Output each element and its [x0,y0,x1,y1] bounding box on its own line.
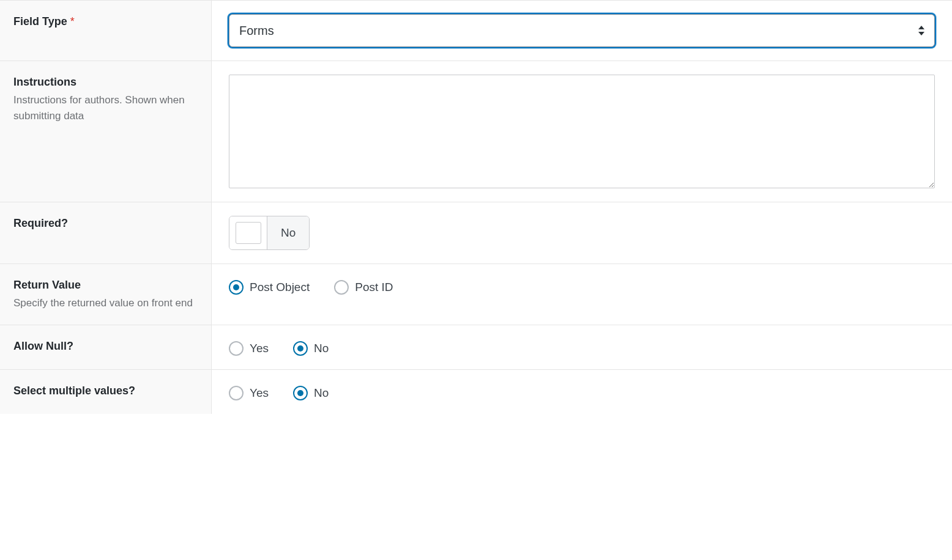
radio-label-post-id: Post ID [355,281,393,294]
label-select-multiple: Select multiple values? [13,383,198,399]
radio-return-post-id[interactable]: Post ID [334,280,393,295]
row-required: Required? No [0,202,952,263]
label-cell-allow-null: Allow Null? [0,325,212,369]
value-cell-return-value: Post Object Post ID [212,264,952,325]
allow-null-radio-group: Yes No [229,339,329,356]
value-cell-select-multiple: Yes No [212,370,952,414]
label-cell-instructions: Instructions Instructions for authors. S… [0,61,212,202]
label-text-field-type: Field Type [13,15,67,28]
radio-icon [293,386,308,400]
radio-icon [229,341,244,356]
toggle-handle [229,216,267,249]
radio-icon [334,280,349,295]
row-allow-null: Allow Null? Yes No [0,325,952,369]
instructions-textarea[interactable] [229,75,935,188]
radio-icon [229,386,244,400]
radio-select-multiple-yes[interactable]: Yes [229,386,269,400]
radio-label-yes: Yes [250,342,269,355]
label-required: Required? [13,216,198,231]
value-cell-required: No [212,202,952,263]
required-toggle[interactable]: No [229,216,310,250]
select-multiple-radio-group: Yes No [229,383,329,400]
radio-allow-null-no[interactable]: No [293,341,329,356]
label-cell-select-multiple: Select multiple values? [0,370,212,414]
label-allow-null: Allow Null? [13,339,198,354]
label-cell-return-value: Return Value Specify the returned value … [0,264,212,325]
value-cell-field-type: Forms [212,1,952,61]
value-cell-instructions [212,61,952,202]
row-instructions: Instructions Instructions for authors. S… [0,61,952,202]
radio-return-post-object[interactable]: Post Object [229,280,310,295]
radio-label-yes: Yes [250,386,269,400]
radio-label-no: No [314,342,329,355]
radio-label-post-object: Post Object [250,281,310,294]
label-field-type: Field Type * [13,14,198,29]
desc-instructions: Instructions for authors. Shown when sub… [13,92,198,123]
radio-select-multiple-no[interactable]: No [293,386,329,400]
field-settings-table: Field Type * Forms Instructions Instruct… [0,0,952,414]
desc-return-value: Specify the returned value on front end [13,295,198,311]
row-select-multiple: Select multiple values? Yes No [0,369,952,414]
radio-icon [229,280,244,295]
label-cell-required: Required? [0,202,212,263]
label-instructions: Instructions [13,75,198,90]
label-return-value: Return Value [13,278,198,293]
required-asterisk: * [70,15,75,28]
field-type-select-wrap: Forms [229,14,935,47]
radio-icon [293,341,308,356]
radio-label-no: No [314,386,329,400]
return-value-radio-group: Post Object Post ID [229,278,393,295]
row-return-value: Return Value Specify the returned value … [0,263,952,325]
field-type-select[interactable]: Forms [229,14,935,47]
radio-allow-null-yes[interactable]: Yes [229,341,269,356]
label-cell-field-type: Field Type * [0,1,212,61]
row-field-type: Field Type * Forms [0,0,952,61]
value-cell-allow-null: Yes No [212,325,952,369]
toggle-label: No [267,216,309,249]
